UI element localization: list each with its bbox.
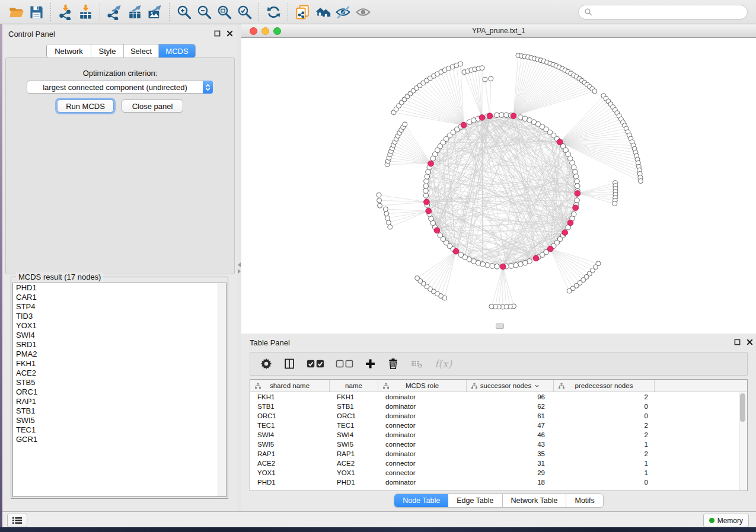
table-cell[interactable]: 29 — [467, 468, 554, 477]
table-cell[interactable]: RAP1 — [250, 449, 330, 459]
mcds-result-item[interactable]: GCR1 — [13, 435, 226, 444]
zoom-out-icon[interactable] — [194, 3, 214, 21]
collapse-left-icon[interactable] — [238, 262, 241, 267]
table-cell[interactable]: STB1 — [330, 402, 378, 411]
table-cell[interactable]: 2 — [554, 430, 655, 440]
table-cell[interactable]: 1 — [554, 459, 655, 468]
table-row[interactable]: TEC1TEC1connector472 — [250, 421, 747, 430]
duplicate-network-icon[interactable] — [292, 3, 312, 21]
table-cell[interactable]: TEC1 — [330, 421, 378, 430]
table-row[interactable]: SWI5SWI5connector431 — [250, 440, 747, 449]
table-cell[interactable]: ACE2 — [250, 459, 330, 468]
import-table-icon[interactable] — [75, 3, 95, 21]
float-panel-icon[interactable] — [213, 30, 221, 37]
search-input[interactable] — [593, 6, 747, 19]
tab-edge-table[interactable]: Edge Table — [448, 494, 502, 507]
tab-select[interactable]: Select — [124, 44, 159, 57]
table-scrollbar-thumb[interactable] — [740, 393, 745, 422]
hide-selected-icon[interactable] — [333, 3, 353, 21]
task-history-button[interactable] — [7, 514, 27, 527]
mcds-result-item[interactable]: CAR1 — [13, 293, 226, 302]
refresh-view-icon[interactable] — [263, 3, 283, 21]
table-cell[interactable]: SWI5 — [330, 440, 378, 449]
table-cell[interactable]: connector — [378, 421, 467, 430]
select-all-rows-icon[interactable] — [307, 357, 324, 370]
table-cell[interactable]: SWI4 — [250, 430, 330, 440]
table-cell[interactable]: FKH1 — [330, 392, 378, 402]
close-panel-button[interactable]: Close panel — [122, 100, 183, 113]
table-cell[interactable]: 96 — [467, 392, 554, 402]
run-mcds-button[interactable]: Run MCDS — [57, 100, 114, 113]
float-table-panel-icon[interactable] — [733, 338, 741, 346]
memory-button[interactable]: Memory — [703, 514, 749, 527]
table-cell[interactable]: dominator — [378, 402, 467, 411]
table-cell[interactable]: STB1 — [250, 402, 330, 411]
mcds-result-item[interactable]: STB5 — [13, 378, 226, 387]
open-session-icon[interactable] — [6, 3, 26, 21]
mcds-result-item[interactable]: STB1 — [13, 406, 226, 416]
table-row[interactable]: SWI4SWI4dominator462 — [250, 430, 747, 440]
export-image-icon[interactable] — [145, 3, 165, 21]
tab-network[interactable]: Network — [47, 44, 91, 57]
zoom-fit-icon[interactable] — [214, 3, 234, 21]
table-cell[interactable]: 61 — [467, 411, 554, 421]
column-editor-icon[interactable] — [283, 357, 295, 370]
add-column-icon[interactable] — [365, 357, 376, 370]
export-table-icon[interactable] — [125, 3, 145, 21]
table-cell[interactable]: 2 — [554, 392, 655, 402]
column-header-MCDS-role[interactable]: MCDS role — [378, 380, 467, 392]
column-header-shared-name[interactable]: shared name — [250, 380, 330, 392]
table-cell[interactable]: YOX1 — [330, 468, 378, 477]
table-cell[interactable]: 35 — [467, 449, 554, 459]
table-cell[interactable]: dominator — [378, 430, 467, 440]
tab-style[interactable]: Style — [91, 44, 124, 57]
table-cell[interactable]: 1 — [554, 440, 655, 449]
export-network-icon[interactable] — [104, 3, 125, 21]
table-cell[interactable]: 46 — [467, 430, 554, 440]
mcds-list-scrollbar[interactable] — [218, 283, 226, 496]
table-row[interactable]: PHD1PHD1dominator180 — [250, 477, 747, 487]
mcds-result-item[interactable]: FKH1 — [13, 359, 226, 368]
network-canvas[interactable] — [241, 38, 756, 334]
table-cell[interactable]: 2 — [554, 421, 655, 430]
search-box[interactable] — [578, 5, 748, 20]
table-cell[interactable]: 62 — [467, 402, 554, 411]
tab-motifs[interactable]: Motifs — [566, 494, 602, 507]
table-cell[interactable]: RAP1 — [330, 449, 378, 459]
tab-mcds[interactable]: MCDS — [159, 44, 195, 57]
table-cell[interactable]: dominator — [378, 449, 467, 459]
mcds-result-item[interactable]: ORC1 — [13, 387, 226, 397]
table-cell[interactable]: dominator — [378, 411, 467, 421]
table-cell[interactable]: ORC1 — [250, 411, 330, 421]
table-row[interactable]: RAP1RAP1dominator352 — [250, 449, 747, 459]
save-session-icon[interactable] — [26, 3, 46, 21]
collapse-right-icon[interactable] — [238, 269, 241, 274]
table-cell[interactable]: 0 — [554, 402, 655, 411]
table-row[interactable]: ORC1ORC1dominator610 — [250, 411, 747, 421]
show-all-icon[interactable] — [353, 3, 373, 21]
column-header-name[interactable]: name — [330, 380, 378, 392]
import-network-icon[interactable] — [55, 3, 75, 21]
table-scrollbar[interactable] — [739, 392, 747, 491]
table-cell[interactable]: 43 — [467, 440, 554, 449]
mcds-result-item[interactable]: YOX1 — [13, 321, 226, 331]
table-cell[interactable]: connector — [378, 459, 467, 468]
close-table-panel-icon[interactable] — [746, 338, 754, 346]
first-neighbors-icon[interactable] — [312, 3, 333, 21]
mcds-result-item[interactable]: RAP1 — [13, 397, 226, 406]
table-cell[interactable]: dominator — [378, 477, 467, 487]
table-cell[interactable]: SWI5 — [250, 440, 330, 449]
table-cell[interactable]: 0 — [554, 477, 655, 487]
table-cell[interactable]: 47 — [467, 421, 554, 430]
mcds-result-item[interactable]: TID3 — [13, 312, 226, 321]
tab-network-table[interactable]: Network Table — [503, 494, 567, 507]
table-cell[interactable]: dominator — [378, 392, 467, 402]
table-cell[interactable]: connector — [378, 468, 467, 477]
table-cell[interactable]: FKH1 — [250, 392, 330, 402]
network-graph[interactable] — [241, 38, 756, 334]
mcds-result-item[interactable]: STP4 — [13, 302, 226, 312]
table-row[interactable]: ACE2ACE2connector311 — [250, 459, 747, 468]
column-header-predecessor-nodes[interactable]: predecessor nodes — [554, 380, 655, 392]
table-row[interactable]: STB1STB1dominator620 — [250, 402, 747, 411]
table-cell[interactable]: 1 — [554, 468, 655, 477]
